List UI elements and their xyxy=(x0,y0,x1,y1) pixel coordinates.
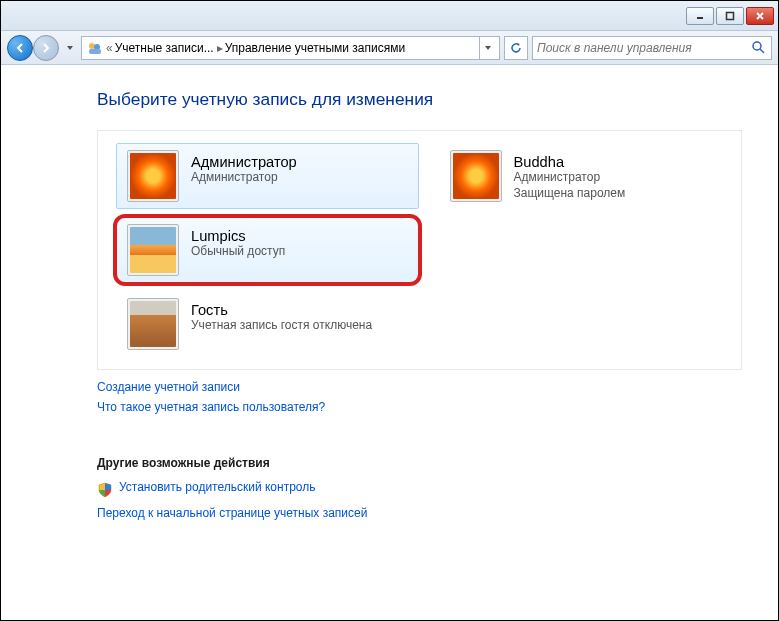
account-item-guest[interactable]: Гость Учетная запись гостя отключена xyxy=(116,291,419,357)
account-links: Создание учетной записи Что такое учетна… xyxy=(97,380,742,420)
svg-point-2 xyxy=(89,43,95,49)
account-info: Гость Учетная запись гостя отключена xyxy=(191,298,372,334)
other-actions-title: Другие возможные действия xyxy=(97,456,742,470)
svg-rect-1 xyxy=(727,12,734,19)
window-titlebar xyxy=(1,1,778,31)
search-icon xyxy=(751,40,767,56)
account-info: Lumpics Обычный доступ xyxy=(191,224,285,260)
account-status: Защищена паролем xyxy=(514,186,626,202)
page-title: Выберите учетную запись для изменения xyxy=(97,89,742,110)
svg-point-5 xyxy=(753,42,761,50)
refresh-button[interactable] xyxy=(504,36,528,60)
account-role: Обычный доступ xyxy=(191,244,285,260)
address-breadcrumb[interactable]: « Учетные записи... ▸ Управление учетным… xyxy=(81,36,500,60)
breadcrumb-seg-accounts[interactable]: Учетные записи... ▸ xyxy=(115,41,223,55)
account-info: Buddha Администратор Защищена паролем xyxy=(514,150,626,201)
account-item-administrator[interactable]: Администратор Администратор xyxy=(116,143,419,209)
user-accounts-icon xyxy=(86,39,104,57)
link-accounts-mainpage[interactable]: Переход к начальной странице учетных зап… xyxy=(97,506,367,520)
nav-history-dropdown[interactable] xyxy=(63,36,77,60)
chevron-right-icon: ▸ xyxy=(217,41,223,55)
account-name: Гость xyxy=(191,302,372,318)
link-what-is-account[interactable]: Что такое учетная запись пользователя? xyxy=(97,400,325,414)
avatar xyxy=(127,224,179,276)
account-role: Администратор xyxy=(191,170,297,186)
avatar xyxy=(127,298,179,350)
forward-button[interactable] xyxy=(33,35,59,61)
avatar xyxy=(450,150,502,202)
navigation-bar: « Учетные записи... ▸ Управление учетным… xyxy=(1,31,778,65)
breadcrumb-seg2-label: Управление учетными записями xyxy=(225,41,405,55)
account-item-buddha[interactable]: Buddha Администратор Защищена паролем xyxy=(439,143,742,209)
account-name: Администратор xyxy=(191,154,297,170)
account-role: Администратор xyxy=(514,170,626,186)
other-actions: Другие возможные действия Установить род… xyxy=(97,456,742,526)
minimize-button[interactable] xyxy=(686,7,714,25)
back-button[interactable] xyxy=(7,35,33,61)
maximize-button[interactable] xyxy=(716,7,744,25)
search-box[interactable] xyxy=(532,36,772,60)
link-parental-control[interactable]: Установить родительский контроль xyxy=(119,480,316,494)
account-status: Учетная запись гостя отключена xyxy=(191,318,372,334)
shield-icon xyxy=(97,482,113,498)
close-button[interactable] xyxy=(746,7,774,25)
content-area: Выберите учетную запись для изменения Ад… xyxy=(1,65,778,552)
account-name: Buddha xyxy=(514,154,626,170)
svg-rect-4 xyxy=(89,49,101,54)
account-item-lumpics[interactable]: Lumpics Обычный доступ xyxy=(116,217,419,283)
accounts-grid: Администратор Администратор Buddha Админ… xyxy=(97,130,742,370)
avatar xyxy=(127,150,179,202)
breadcrumb-seg1-label: Учетные записи... xyxy=(115,41,214,55)
account-name: Lumpics xyxy=(191,228,285,244)
breadcrumb-root-chevron[interactable]: « xyxy=(106,41,113,55)
account-info: Администратор Администратор xyxy=(191,150,297,186)
link-create-account[interactable]: Создание учетной записи xyxy=(97,380,240,394)
svg-line-6 xyxy=(760,49,764,53)
breadcrumb-seg-manage[interactable]: Управление учетными записями xyxy=(225,41,405,55)
address-dropdown[interactable] xyxy=(479,37,495,59)
search-input[interactable] xyxy=(537,41,751,55)
